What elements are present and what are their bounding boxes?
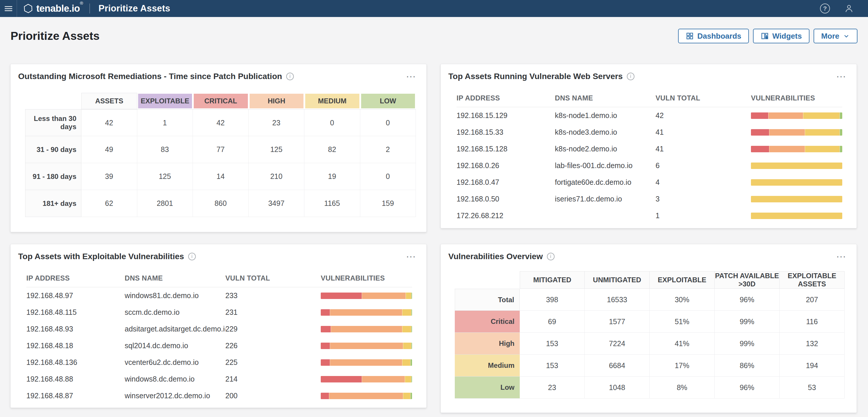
vulnerabilities-bar[interactable] — [321, 376, 412, 382]
table-cell[interactable]: 69 — [520, 311, 585, 333]
table-cell[interactable]: 0 — [304, 109, 360, 136]
table-cell[interactable]: 7224 — [585, 333, 650, 355]
table-cell[interactable]: 153 — [520, 355, 585, 377]
table-cell[interactable]: 194 — [780, 355, 845, 377]
dns-name-cell[interactable]: windows8.dc.demo.io — [125, 375, 225, 383]
table-cell[interactable]: 0 — [360, 109, 416, 136]
ip-address-cell[interactable]: 192.168.48.87 — [26, 391, 125, 400]
dns-name-cell[interactable]: windows81.dc.demo.io — [125, 291, 225, 300]
vulnerabilities-bar[interactable] — [321, 309, 412, 316]
user-account-button[interactable] — [844, 3, 854, 13]
dns-name-cell[interactable]: adsitarget.adsitarget.dc.demo.io — [125, 325, 225, 333]
vuln-total-cell[interactable]: 6 — [655, 161, 751, 170]
table-cell[interactable]: 96% — [715, 289, 780, 311]
vulnerabilities-bar[interactable] — [751, 179, 842, 186]
vulnerabilities-bar[interactable] — [751, 213, 842, 219]
table-cell[interactable]: 19 — [304, 163, 360, 190]
vulnerabilities-bar[interactable] — [751, 129, 842, 136]
table-cell[interactable]: 51% — [650, 311, 715, 333]
table-cell[interactable]: 125 — [249, 136, 305, 163]
table-cell[interactable]: 1 — [137, 109, 193, 136]
widget-menu-button[interactable]: ⋯ — [406, 254, 416, 260]
table-cell[interactable]: 49 — [81, 136, 137, 163]
table-cell[interactable]: 96% — [715, 377, 780, 398]
table-cell[interactable]: 16533 — [585, 289, 650, 311]
table-cell[interactable]: 99% — [715, 333, 780, 355]
ip-address-cell[interactable]: 192.168.48.115 — [26, 308, 125, 317]
ip-address-cell[interactable]: 192.168.48.93 — [26, 325, 125, 333]
table-cell[interactable]: 860 — [193, 190, 249, 217]
table-cell[interactable]: 1577 — [585, 311, 650, 333]
hamburger-menu-button[interactable] — [0, 0, 17, 17]
ip-address-cell[interactable]: 172.26.68.212 — [457, 211, 555, 220]
widgets-button[interactable]: Widgets — [753, 29, 809, 43]
table-cell[interactable]: 83 — [137, 136, 193, 163]
table-cell[interactable]: 6684 — [585, 355, 650, 377]
table-cell[interactable]: 8% — [650, 377, 715, 398]
dns-name-cell[interactable]: sql2014.dc.demo.io — [125, 341, 225, 350]
table-cell[interactable]: 159 — [360, 190, 416, 217]
vuln-total-cell[interactable]: 229 — [225, 325, 321, 333]
ip-address-cell[interactable]: 192.168.48.136 — [26, 358, 125, 367]
ip-address-cell[interactable]: 192.168.15.33 — [457, 128, 555, 137]
brand[interactable]: tenable.io® — [17, 3, 88, 14]
table-cell[interactable]: 398 — [520, 289, 585, 311]
table-cell[interactable]: 39 — [81, 163, 137, 190]
vuln-total-cell[interactable]: 4 — [655, 178, 751, 186]
table-cell[interactable]: 86% — [715, 355, 780, 377]
dns-name-cell[interactable]: k8s-node2.demo.io — [555, 145, 655, 153]
ip-address-cell[interactable]: 192.168.0.26 — [457, 161, 555, 170]
dns-name-cell[interactable]: winserver2012.dc.demo.io — [125, 391, 225, 400]
vuln-total-cell[interactable]: 42 — [655, 111, 751, 120]
vuln-total-cell[interactable]: 233 — [225, 291, 321, 300]
table-cell[interactable]: 2801 — [137, 190, 193, 217]
dns-name-cell[interactable]: sccm.dc.demo.io — [125, 308, 225, 317]
ip-address-cell[interactable]: 192.168.0.50 — [457, 195, 555, 203]
info-icon[interactable]: i — [627, 72, 634, 80]
table-cell[interactable]: 77 — [193, 136, 249, 163]
table-cell[interactable]: 210 — [249, 163, 305, 190]
table-cell[interactable]: 1048 — [585, 377, 650, 398]
vuln-total-cell[interactable]: 1 — [655, 211, 751, 220]
ip-address-cell[interactable]: 192.168.15.128 — [457, 145, 555, 153]
vulnerabilities-bar[interactable] — [321, 393, 412, 399]
vuln-total-cell[interactable]: 41 — [655, 145, 751, 153]
table-cell[interactable]: 30% — [650, 289, 715, 311]
vuln-total-cell[interactable]: 200 — [225, 391, 321, 400]
table-cell[interactable]: 42 — [81, 109, 137, 136]
info-icon[interactable]: i — [286, 72, 294, 80]
vuln-total-cell[interactable]: 226 — [225, 341, 321, 350]
widget-menu-button[interactable]: ⋯ — [836, 73, 847, 79]
table-cell[interactable]: 116 — [780, 311, 845, 333]
table-cell[interactable]: 3497 — [249, 190, 305, 217]
vulnerabilities-bar[interactable] — [751, 146, 842, 152]
table-cell[interactable]: 153 — [520, 333, 585, 355]
table-cell[interactable]: 207 — [780, 289, 845, 311]
vulnerabilities-bar[interactable] — [751, 162, 842, 169]
table-cell[interactable]: 1165 — [304, 190, 360, 217]
vuln-total-cell[interactable]: 225 — [225, 358, 321, 367]
table-cell[interactable]: 82 — [304, 136, 360, 163]
more-button[interactable]: More — [813, 29, 858, 43]
info-icon[interactable]: i — [188, 253, 196, 260]
ip-address-cell[interactable]: 192.168.48.97 — [26, 291, 125, 300]
dns-name-cell[interactable]: vcenter6u2.dc.demo.io — [125, 358, 225, 367]
vuln-total-cell[interactable]: 214 — [225, 375, 321, 383]
table-cell[interactable]: 17% — [650, 355, 715, 377]
vulnerabilities-bar[interactable] — [321, 293, 412, 299]
widget-menu-button[interactable]: ⋯ — [836, 254, 847, 260]
table-cell[interactable]: 23 — [520, 377, 585, 398]
table-cell[interactable]: 2 — [360, 136, 416, 163]
table-cell[interactable]: 132 — [780, 333, 845, 355]
vulnerabilities-bar[interactable] — [321, 326, 412, 332]
ip-address-cell[interactable]: 192.168.48.18 — [26, 341, 125, 350]
help-button[interactable]: ? — [820, 3, 830, 13]
vulnerabilities-bar[interactable] — [321, 342, 412, 349]
dashboards-button[interactable]: Dashboards — [678, 29, 749, 43]
vulnerabilities-bar[interactable] — [321, 359, 412, 366]
vuln-total-cell[interactable]: 41 — [655, 128, 751, 137]
dns-name-cell[interactable]: fortigate60e.dc.demo.io — [555, 178, 655, 186]
vuln-total-cell[interactable]: 231 — [225, 308, 321, 317]
dns-name-cell[interactable]: k8s-node3.demo.io — [555, 128, 655, 137]
ip-address-cell[interactable]: 192.168.0.47 — [457, 178, 555, 186]
